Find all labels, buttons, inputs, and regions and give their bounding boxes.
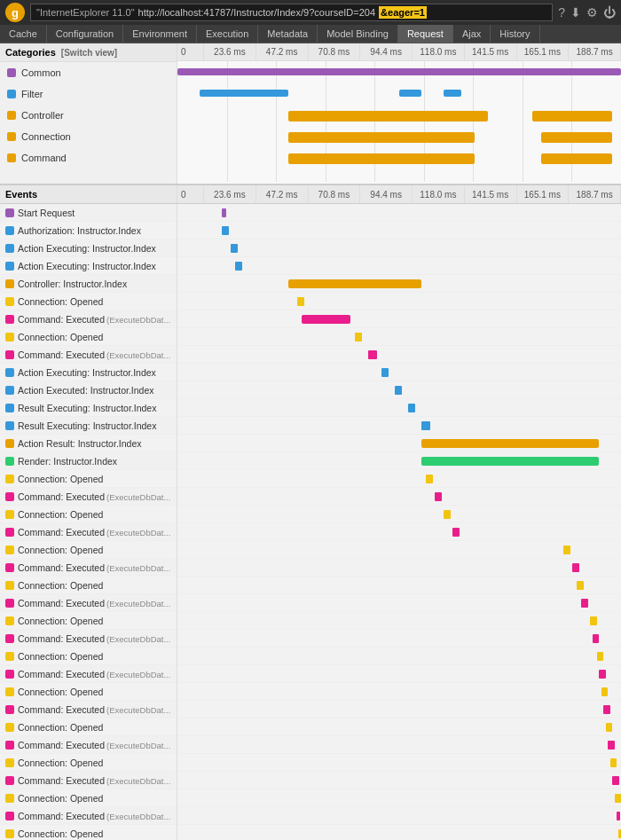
event-label: Connection: Opened — [18, 828, 177, 839]
url-bar: "InternetExplorer 11.0" http://localhost… — [30, 4, 553, 21]
events-body: Start Request Authorization: Instructor.… — [0, 204, 621, 840]
event-dot-marker — [599, 670, 606, 679]
event-label: Command: Executed(ExecuteDbDat... — [18, 669, 177, 679]
settings-icon[interactable]: ⚙ — [586, 5, 598, 20]
event-dot — [5, 439, 14, 448]
timeline-tick-6: 165.1 ms — [517, 43, 570, 60]
categories-list: Common Filter Controller Connection Comm… — [0, 62, 177, 169]
event-row: Action Executing: Instructor.Index — [0, 364, 177, 381]
event-bar-row — [177, 701, 621, 718]
nav-tab-ajax[interactable]: Ajax — [453, 25, 491, 43]
event-bar-row — [177, 452, 621, 470]
categories-right: 023.6 ms47.2 ms70.8 ms94.4 ms118.0 ms141… — [177, 43, 621, 184]
event-bar-row — [177, 204, 621, 222]
nav-tab-cache[interactable]: Cache — [0, 25, 47, 43]
category-dot — [7, 132, 16, 141]
event-row: Command: Executed(ExecuteDbDat... — [0, 736, 177, 754]
power-icon[interactable]: ⏻ — [603, 5, 616, 20]
nav-tab-request[interactable]: Request — [398, 25, 453, 43]
timeline-tick-6: 165.1 ms — [517, 185, 570, 203]
event-label: Command: Executed(ExecuteDbDat... — [18, 740, 177, 750]
question-icon[interactable]: ? — [558, 5, 565, 20]
event-bar-row — [177, 399, 621, 417]
event-bar-row — [177, 736, 621, 754]
event-label: Render: Instructor.Index — [18, 456, 177, 467]
nav-tab-model-binding[interactable]: Model Binding — [318, 25, 398, 43]
event-bar-row — [177, 435, 621, 452]
event-row: Start Request — [0, 204, 177, 222]
timeline-tick-3: 94.4 ms — [360, 43, 413, 60]
event-label: Connection: Opened — [18, 332, 177, 342]
nav-tab-configuration[interactable]: Configuration — [47, 25, 123, 43]
event-label: Action Executing: Instructor.Index — [18, 243, 177, 254]
nav-tabs: CacheConfigurationEnvironmentExecutionMe… — [0, 25, 621, 43]
event-label: Command: Executed(ExecuteDbDat... — [18, 314, 177, 325]
event-row: Result Executing: Instructor.Index — [0, 417, 177, 435]
event-bar-row — [177, 718, 621, 736]
event-dot-marker — [222, 208, 226, 217]
category-item[interactable]: Filter — [0, 83, 177, 105]
download-icon[interactable]: ⬇ — [570, 5, 581, 20]
event-label: Connection: Opened — [18, 687, 177, 697]
event-bar-row — [177, 594, 621, 612]
event-dot-marker — [444, 510, 451, 519]
event-dot-marker — [297, 297, 304, 306]
timeline-tick-0: 0 — [177, 43, 204, 60]
category-bar — [200, 90, 288, 97]
event-dot-marker — [222, 226, 229, 235]
event-row: Command: Executed(ExecuteDbDat... — [0, 665, 177, 683]
event-dot-marker — [435, 492, 442, 501]
events-header-row: Events 023.6 ms47.2 ms70.8 ms94.4 ms118.… — [0, 185, 621, 204]
event-dot-marker — [426, 475, 433, 483]
event-row: Action Executing: Instructor.Index — [0, 257, 177, 275]
grid-line — [276, 61, 277, 182]
category-item[interactable]: Command — [0, 147, 177, 169]
nav-tab-metadata[interactable]: Metadata — [258, 25, 318, 43]
event-row: Command: Executed(ExecuteDbDat... — [0, 701, 177, 718]
event-row: Action Result: Instructor.Index — [0, 435, 177, 452]
event-row: Command: Executed(ExecuteDbDat... — [0, 310, 177, 328]
event-label: Action Executing: Instructor.Index — [18, 261, 177, 271]
event-dot — [5, 705, 14, 714]
event-bar-row — [177, 364, 621, 381]
nav-tab-history[interactable]: History — [491, 25, 539, 43]
event-dot — [5, 208, 14, 217]
timeline-tick-4: 118.0 ms — [413, 185, 465, 203]
event-row: Connection: Opened — [0, 612, 177, 630]
event-row: Command: Executed(ExecuteDbDat... — [0, 594, 177, 612]
timeline-tick-1: 47.2 ms — [256, 43, 309, 60]
switch-view[interactable]: [Switch view] — [61, 48, 117, 58]
event-label: Connection: Opened — [18, 616, 177, 626]
event-dot-marker — [610, 758, 617, 767]
event-row: Command: Executed(ExecuteDbDat... — [0, 523, 177, 541]
nav-tab-execution[interactable]: Execution — [197, 25, 258, 43]
event-label: Authorization: Instructor.Index — [18, 225, 177, 236]
event-bar-row — [177, 559, 621, 577]
event-bar-row — [177, 257, 621, 275]
timeline-tick-1: 47.2 ms — [256, 185, 309, 203]
event-row: Command: Executed(ExecuteDbDat... — [0, 807, 177, 825]
event-row: Command: Executed(ExecuteDbDat... — [0, 559, 177, 577]
event-row: Connection: Opened — [0, 541, 177, 559]
event-dot — [5, 687, 14, 696]
events-right — [177, 204, 621, 840]
event-dot — [5, 652, 14, 661]
event-label: Connection: Opened — [18, 474, 177, 484]
category-item[interactable]: Controller — [0, 105, 177, 126]
timeline-tick-5: 141.5 ms — [465, 185, 517, 203]
event-dot-marker — [368, 350, 377, 359]
event-dot-marker — [577, 581, 584, 590]
event-bar-row — [177, 612, 621, 630]
category-label: Connection — [21, 131, 71, 142]
event-dot-marker — [563, 546, 570, 554]
event-dot-marker — [408, 404, 415, 412]
event-dot — [5, 333, 14, 341]
event-bar-row — [177, 648, 621, 665]
category-item[interactable]: Connection — [0, 126, 177, 147]
event-bar-row — [177, 488, 621, 506]
nav-tab-environment[interactable]: Environment — [123, 25, 197, 43]
event-row: Render: Instructor.Index — [0, 452, 177, 470]
category-item[interactable]: Common — [0, 62, 177, 83]
event-label: Connection: Opened — [18, 651, 177, 662]
event-dot — [5, 634, 14, 643]
